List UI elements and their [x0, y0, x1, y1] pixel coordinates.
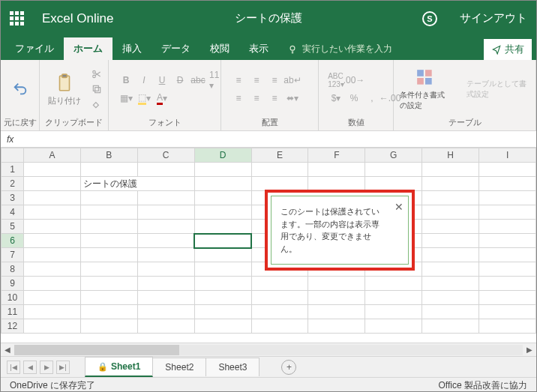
- align-left-button[interactable]: ≡: [232, 91, 245, 105]
- tab-insert[interactable]: 挿入: [112, 37, 152, 60]
- sheet-nav-last[interactable]: ▶|: [56, 361, 70, 374]
- skype-icon[interactable]: S: [422, 11, 437, 26]
- cell-b2[interactable]: シートの保護: [80, 177, 194, 191]
- scroll-left-button[interactable]: ◀: [1, 346, 14, 354]
- group-label-clipboard: クリップボード: [43, 115, 105, 130]
- row-header[interactable]: 10: [2, 291, 24, 305]
- align-right-button[interactable]: ≡: [268, 91, 281, 105]
- fx-label: fx: [7, 134, 14, 145]
- col-header-a[interactable]: A: [23, 148, 80, 163]
- tell-me-search[interactable]: 実行したい作業を入力: [278, 38, 401, 60]
- svg-rect-8: [425, 70, 432, 76]
- lightbulb-icon: [287, 44, 298, 55]
- sheet-nav-first[interactable]: |◀: [7, 361, 20, 374]
- share-button[interactable]: 共有: [484, 39, 532, 60]
- conditional-formatting-button[interactable]: 条件付き書式の設定: [397, 66, 454, 112]
- row-header[interactable]: 1: [2, 163, 24, 177]
- col-header-g[interactable]: G: [365, 148, 422, 163]
- border-button[interactable]: ▦▾: [119, 91, 133, 105]
- sheet-nav-next[interactable]: ▶: [40, 361, 53, 374]
- group-label-tables: テーブル: [397, 115, 532, 130]
- fill-color-button[interactable]: ⬚▾: [137, 91, 151, 105]
- scroll-right-button[interactable]: ▶: [523, 346, 536, 354]
- merge-button[interactable]: ⬌▾: [286, 91, 299, 105]
- row-header[interactable]: 5: [2, 220, 24, 234]
- cond-fmt-icon: [416, 68, 435, 88]
- sheet-tab-1[interactable]: 🔒 Sheet1: [85, 357, 153, 377]
- sheet-protected-tooltip: ✕ このシートは保護されています。一部の内容は表示専用であり、変更できません。: [265, 190, 415, 271]
- svg-rect-6: [94, 88, 100, 93]
- sheet-nav-prev[interactable]: ◀: [23, 361, 37, 374]
- svg-rect-7: [418, 70, 424, 76]
- row-header[interactable]: 11: [2, 305, 24, 319]
- col-header-b[interactable]: B: [80, 148, 137, 163]
- align-bottom-button[interactable]: ≡: [268, 73, 281, 87]
- undo-button[interactable]: [7, 77, 34, 101]
- italic-button[interactable]: I: [137, 73, 151, 87]
- selected-cell-d6[interactable]: [194, 234, 251, 248]
- tab-home[interactable]: ホーム: [64, 37, 112, 60]
- tab-data[interactable]: データ: [152, 37, 200, 60]
- col-header-d[interactable]: D: [194, 148, 251, 163]
- tab-view[interactable]: 表示: [239, 37, 278, 60]
- col-header-f[interactable]: F: [308, 148, 365, 163]
- tab-review[interactable]: 校閲: [200, 37, 239, 60]
- ribbon-tabs: ファイル ホーム 挿入 データ 校閲 表示 実行したい作業を入力 共有: [1, 36, 536, 60]
- svg-rect-9: [418, 78, 424, 85]
- scissors-icon: [92, 69, 102, 79]
- currency-button[interactable]: $▾: [329, 91, 343, 105]
- scroll-thumb[interactable]: [14, 345, 179, 355]
- underline-button[interactable]: U: [155, 73, 169, 87]
- align-top-button[interactable]: ≡: [232, 73, 245, 87]
- row-header[interactable]: 2: [2, 177, 24, 191]
- save-status: OneDrive に保存完了: [10, 379, 95, 392]
- signout-link[interactable]: サインアウト: [460, 11, 527, 25]
- cut-button[interactable]: [90, 67, 104, 81]
- format-as-table-button[interactable]: テーブルとして書式設定: [464, 77, 532, 101]
- number-format-button[interactable]: ABC123▾: [329, 73, 343, 87]
- svg-rect-10: [425, 78, 432, 85]
- sheet-tab-2[interactable]: Sheet2: [152, 358, 206, 376]
- align-middle-button[interactable]: ≡: [250, 73, 263, 87]
- col-header-h[interactable]: H: [422, 148, 479, 163]
- group-label-font: フォント: [112, 115, 218, 130]
- row-header[interactable]: 8: [2, 262, 24, 277]
- row-header[interactable]: 6: [2, 234, 24, 248]
- add-sheet-button[interactable]: +: [281, 360, 296, 375]
- wrap-text-button[interactable]: ab↵: [286, 73, 299, 87]
- increase-decimal-button[interactable]: .00→: [347, 73, 361, 87]
- col-header-i[interactable]: I: [479, 148, 536, 163]
- group-label-alignment: 配置: [224, 115, 315, 130]
- dstrike-button[interactable]: D: [173, 73, 187, 87]
- strike-button[interactable]: abc: [191, 73, 205, 87]
- row-header[interactable]: 4: [2, 205, 24, 220]
- copy-button[interactable]: [90, 82, 104, 96]
- comma-button[interactable]: ,: [365, 91, 379, 105]
- tab-file[interactable]: ファイル: [5, 37, 64, 60]
- formula-bar[interactable]: fx: [1, 131, 536, 148]
- horizontal-scrollbar[interactable]: ◀ ▶: [1, 343, 536, 356]
- svg-rect-5: [93, 85, 98, 91]
- percent-button[interactable]: %: [347, 91, 361, 105]
- row-header[interactable]: 3: [2, 191, 24, 205]
- tooltip-text: このシートは保護されています。一部の内容は表示専用であり、変更できません。: [280, 207, 380, 253]
- row-header[interactable]: 12: [2, 319, 24, 334]
- format-painter-button[interactable]: [90, 97, 104, 111]
- row-header[interactable]: 7: [2, 248, 24, 262]
- col-header-e[interactable]: E: [251, 148, 308, 163]
- col-header-c[interactable]: C: [137, 148, 194, 163]
- document-title: シートの保護: [235, 11, 302, 25]
- app-launcher-icon[interactable]: [10, 11, 24, 25]
- align-center-button[interactable]: ≡: [250, 91, 263, 105]
- select-all-corner[interactable]: [2, 148, 24, 163]
- lock-icon: 🔒: [98, 362, 108, 372]
- paste-button[interactable]: 貼り付け: [45, 71, 84, 108]
- sheet-tab-3[interactable]: Sheet3: [206, 358, 260, 376]
- font-color-button[interactable]: A▾: [155, 91, 169, 105]
- feedback-link[interactable]: Office 製品改善に協力: [439, 379, 527, 392]
- status-bar: OneDrive に保存完了 Office 製品改善に協力: [1, 377, 536, 392]
- tooltip-close-button[interactable]: ✕: [394, 199, 404, 215]
- row-header[interactable]: 9: [2, 277, 24, 291]
- brush-icon: [92, 99, 102, 109]
- bold-button[interactable]: B: [119, 73, 133, 87]
